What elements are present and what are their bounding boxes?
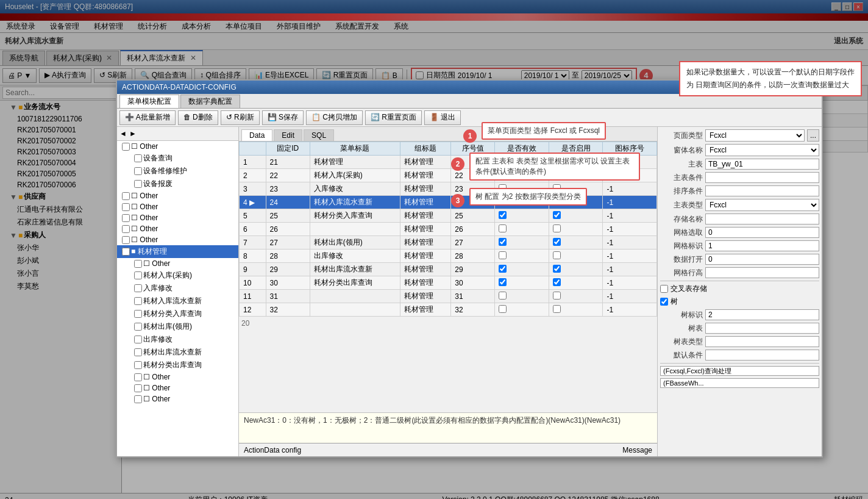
dlg-tree-other-6[interactable]: ☐ Other [117,234,238,245]
grid-row-10[interactable]: 10 30 耗材分类出库查询 耗材管理 30 -1 [240,276,657,290]
grid-col-group: 组标题 [400,142,451,156]
tree-back-btn[interactable]: ◄ [119,129,127,138]
annotation-text-3: 树 配置 为2 按数据字段类型分类 [475,192,581,201]
hint-box: 如果记录数据量大，可以设置一个默认的日期字段作为 日期查询区间的条件，以防一次查… [679,61,862,96]
grid-row-8[interactable]: 8 28 出库修改 耗材管理 28 -1 [240,250,657,263]
main-cond-input[interactable] [705,172,819,183]
grid-col-rownum [240,142,266,156]
dlg-tree-cons-purchase[interactable]: 耗材入库(采购) [117,269,238,282]
main-cond-label: 主表条件 [660,173,703,183]
sort-cond-input[interactable] [705,185,819,196]
dlg-tree-other-1[interactable]: ☐ Other [117,141,238,152]
grid-row-11[interactable]: 11 31 耗材管理 31 -1 [240,290,657,303]
save-btn[interactable]: 💾 S保存 [262,110,304,125]
message-area: NewAc31：0：没有树，1：无极树；2：普通二级树(此设置必须有相应的数据字… [239,412,657,443]
dlg-tree-cons-use[interactable]: 耗材出库(领用) [117,320,238,333]
storage-name-input[interactable] [705,214,819,224]
center-grid-container: 固定ID 菜单标题 组标题 序号值 是否有效 是否启用 图标序号 1 21 [239,142,657,412]
main-table-input[interactable] [705,159,819,170]
page-type-row: 页面类型 Fcxcl ... [660,129,819,142]
grid-col-fixid: 固定ID [266,142,310,156]
main-type-label: 主表类型 [660,200,703,210]
center-tab-data[interactable]: Data [241,129,272,141]
dialog-toolbar: ➕ A批量新增 🗑 D删除 ↺ R刷新 💾 S保存 📋 C拷贝增加 🔄 R重置页… [117,109,822,127]
grid-row-5[interactable]: 5 25 耗材分类入库查询 耗材管理 25 -1 [240,209,657,223]
annotation-box-1: 菜单页面类型 选择 Fcxcl 或 Fcxsql [482,122,606,140]
window-name-select[interactable]: Fcxcl [705,144,819,156]
sort-cond-row: 排序条件 [660,185,819,196]
tree-table-row: 树表 [660,323,819,334]
dialog-tab-menu[interactable]: 菜单模块配置 [119,95,179,108]
grid-row-3[interactable]: 3 23 入库修改 耗材管理 23 -1 [240,182,657,196]
row-count-indicator: 20 [239,317,657,330]
dlg-tree-out-flow[interactable]: 耗材出库流水查新 [117,346,238,359]
grid-row-12[interactable]: 12 32 耗材管理 32 -1 [240,303,657,317]
dlg-tree-device-query[interactable]: 设备查询 [117,152,238,165]
main-type-select[interactable]: Fcxcl [705,199,819,211]
page-type-btn[interactable]: ... [807,129,819,142]
grid-row-4[interactable]: 4 ▶ 24 耗材入库流水查新 耗材管理 24 -1 [240,196,657,209]
center-tab-sql[interactable]: SQL [304,129,334,141]
center-tab-edit[interactable]: Edit [274,129,302,141]
dlg-tree-cons-query[interactable]: 耗材分类入库查询 [117,307,238,320]
tree-type-input[interactable] [705,336,819,347]
annotation-box-3: 树 配置 为2 按数据字段类型分类 [469,188,587,206]
grid-row-6[interactable]: 6 26 耗材管理 26 -1 [240,223,657,236]
divider-2 [660,363,819,364]
annotation-text-1: 菜单页面类型 选择 Fcxcl 或 Fcxsql [488,126,600,135]
delete-btn[interactable]: 🗑 D删除 [178,110,218,125]
page-type-select[interactable]: Fcxcl [705,129,805,142]
dlg-tree-cons-modify[interactable]: 入库修改 [117,282,238,295]
query-process-input[interactable] [660,366,819,376]
tree-type-label: 树表类型 [660,337,703,347]
tree-forward-btn[interactable]: ► [129,129,137,138]
grid-col-menu: 菜单标题 [310,142,400,156]
dlg-tree-out-modify[interactable]: 出库修改 [117,333,238,346]
grid-height-input[interactable] [705,267,819,278]
storage-name-row: 存储名称 [660,214,819,224]
cross-save-label: 交叉表存储 [671,284,707,294]
dlg-tree-other-4[interactable]: ☐ Other [117,212,238,223]
grid-row-7[interactable]: 7 27 耗材出库(领用) 耗材管理 27 -1 [240,236,657,250]
dlg-tree-other-c3[interactable]: ☐ Other [117,393,238,404]
tree-checkbox[interactable] [660,298,668,306]
tree-table-label: 树表 [660,323,703,334]
dlg-tree-other-c2[interactable]: ☐ Other [117,382,238,393]
dialog-reset-btn[interactable]: 🔄 R重置页面 [365,110,422,125]
grid-select-input[interactable] [705,227,819,238]
dialog-status-bar: ActionData config Message [239,443,657,456]
grid-row-9[interactable]: 9 29 耗材出库流水查新 耗材管理 29 -1 [240,263,657,276]
dlg-tree-device-scrap[interactable]: 设备报废 [117,178,238,190]
batch-add-btn[interactable]: ➕ A批量新增 [119,110,176,125]
exit-btn[interactable]: 🚪 退出 [424,110,461,125]
fb-base-input[interactable] [660,378,819,388]
annotation-circle-2: 2 [451,157,464,171]
dialog-refresh-btn[interactable]: ↺ R刷新 [221,110,260,125]
dlg-tree-other-2[interactable]: ☐ Other [117,190,238,201]
dialog-tree-nav: ◄ ► [117,127,238,141]
data-open-input[interactable] [705,254,819,265]
dlg-tree-cons-other[interactable]: ☐ Other [117,258,238,269]
dialog-title-text: ACTIONDATA-DATADICT-CONFIG [122,83,237,92]
tree-table-input[interactable] [705,323,819,334]
tree-label: 树 [671,296,678,307]
grid-id-input[interactable] [705,240,819,251]
default-cond-input[interactable] [705,350,819,361]
window-name-row: 窗体名称 Fcxcl [660,144,819,156]
dlg-tree-out-query[interactable]: 耗材分类出库查询 [117,359,238,372]
grid-height-label: 网格行高 [660,268,703,278]
cross-save-checkbox[interactable] [660,285,668,293]
dlg-tree-other-3[interactable]: ☐ Other [117,201,238,212]
tree-id-label: 树标识 [660,310,703,320]
main-cond-row: 主表条件 [660,172,819,183]
dlg-tree-cons-flow[interactable]: 耗材入库流水查新 [117,295,238,307]
copy-add-btn[interactable]: 📋 C拷贝增加 [306,110,363,125]
dlg-tree-consumable-mgmt[interactable]: ■ 耗材管理 [117,245,238,258]
grid-select-label: 网格选取 [660,228,703,238]
dlg-tree-device-repair[interactable]: 设备维修维护 [117,165,238,178]
dlg-tree-other-c1[interactable]: ☐ Other [117,372,238,382]
dlg-tree-other-5[interactable]: ☐ Other [117,223,238,234]
tree-id-input[interactable] [705,309,819,320]
hint-text: 如果记录数据量大，可以设置一个默认的日期字段作为 日期查询区间的条件，以防一次查… [686,68,855,89]
dialog-tab-dict[interactable]: 数据字典配置 [180,95,240,108]
